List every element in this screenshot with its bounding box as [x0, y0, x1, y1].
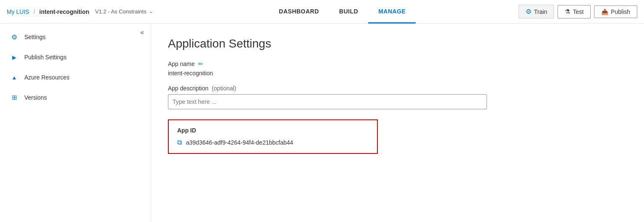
- brand-area: My LUIS / intent-recognition V1.2 - As C…: [7, 8, 153, 15]
- sidebar: « Settings Publish Settings Azure Resour…: [0, 24, 151, 222]
- app-id-value-row: ⧉ a39d3646-adf9-4264-94f4-de21bbcfab44: [177, 139, 369, 146]
- version-label: V1.2 - As Constraints: [95, 8, 147, 15]
- train-button[interactable]: ⚙ Train: [518, 5, 554, 18]
- version-dropdown-icon[interactable]: ⌄: [149, 9, 153, 14]
- sidebar-item-azure-resources[interactable]: Azure Resources: [0, 67, 151, 87]
- play-icon: [10, 53, 18, 61]
- sidebar-item-versions-label: Versions: [24, 94, 47, 101]
- app-name-label-text: App name: [168, 61, 195, 67]
- edit-app-name-icon[interactable]: ✏: [198, 61, 203, 67]
- nav-links: DASHBOARD BUILD MANAGE: [166, 0, 518, 23]
- sidebar-collapse-button[interactable]: «: [140, 29, 144, 36]
- sidebar-item-publish-settings-label: Publish Settings: [24, 54, 66, 61]
- page-title: Application Settings: [168, 37, 627, 50]
- test-label: Test: [573, 8, 584, 15]
- app-name-value: intent-recognition: [168, 70, 627, 77]
- sidebar-item-settings[interactable]: Settings: [0, 27, 151, 47]
- app-name-breadcrumb: intent-recognition: [39, 8, 89, 15]
- test-button[interactable]: ⚗ Test: [558, 5, 591, 18]
- main-layout: « Settings Publish Settings Azure Resour…: [0, 24, 644, 222]
- breadcrumb-separator: /: [34, 8, 35, 15]
- app-id-title: App ID: [177, 127, 369, 134]
- app-id-box: App ID ⧉ a39d3646-adf9-4264-94f4-de21bbc…: [168, 119, 378, 154]
- description-optional-text: (optional): [212, 85, 236, 92]
- gear-icon: [10, 33, 18, 41]
- sidebar-item-settings-label: Settings: [24, 34, 46, 40]
- nav-build[interactable]: BUILD: [329, 0, 368, 24]
- app-id-text: a39d3646-adf9-4264-94f4-de21bbcfab44: [186, 139, 293, 146]
- description-input[interactable]: [168, 94, 487, 109]
- sidebar-item-versions[interactable]: Versions: [0, 87, 151, 108]
- publish-label: Publish: [611, 8, 630, 15]
- my-luis-link[interactable]: My LUIS: [7, 8, 29, 15]
- main-content: Application Settings App name ✏ intent-r…: [151, 24, 644, 222]
- publish-button[interactable]: 📤 Publish: [594, 5, 637, 18]
- description-field-label: App description (optional): [168, 85, 627, 92]
- copy-app-id-icon[interactable]: ⧉: [177, 139, 182, 146]
- test-flask-icon: ⚗: [565, 8, 570, 16]
- nav-dashboard[interactable]: DASHBOARD: [269, 0, 329, 24]
- nav-manage[interactable]: MANAGE: [368, 0, 416, 24]
- train-label: Train: [534, 8, 547, 15]
- grid-icon: [10, 93, 18, 102]
- topnav-actions: ⚙ Train ⚗ Test 📤 Publish: [518, 5, 637, 18]
- sidebar-item-publish-settings[interactable]: Publish Settings: [0, 47, 151, 67]
- triangle-icon: [10, 73, 18, 82]
- topnav: My LUIS / intent-recognition V1.2 - As C…: [0, 0, 644, 24]
- publish-icon: 📤: [601, 8, 608, 15]
- description-label-text: App description: [168, 85, 209, 92]
- sidebar-item-azure-resources-label: Azure Resources: [24, 74, 69, 81]
- train-icon: ⚙: [526, 8, 531, 16]
- app-name-field-label: App name ✏: [168, 61, 627, 67]
